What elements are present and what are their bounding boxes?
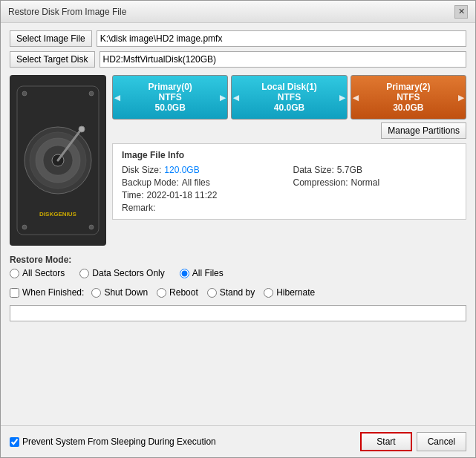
when-finished-hibernate-label: Hibernate — [276, 287, 315, 298]
when-finished-reboot[interactable]: Reboot — [157, 287, 198, 298]
when-finished-shutdown[interactable]: Shut Down — [91, 287, 148, 298]
disk-size-label: Disk Size: — [122, 165, 161, 175]
select-target-button[interactable]: Select Target Disk — [10, 51, 95, 68]
svg-point-7 — [79, 126, 85, 132]
partition-arrow-left-2: ◀ — [353, 94, 359, 102]
when-finished-standby[interactable]: Stand by — [207, 287, 255, 298]
image-info-title: Image File Info — [122, 150, 457, 160]
svg-point-11 — [89, 225, 94, 229]
svg-point-8 — [22, 91, 27, 96]
disk-size-value: 120.0GB — [164, 165, 199, 175]
when-finished-standby-radio[interactable] — [207, 288, 217, 298]
compression-row: Compression: Normal — [293, 177, 457, 188]
data-size-row: Data Size: 5.7GB — [293, 165, 457, 175]
manage-partitions-button[interactable]: Manage Partitions — [381, 122, 466, 139]
when-finished-shutdown-label: Shut Down — [104, 287, 148, 298]
start-button[interactable]: Start — [360, 432, 411, 451]
restore-mode-options: All Sectors Data Sectors Only All Files — [10, 268, 466, 278]
disk-size-row: Disk Size: 120.0GB — [122, 165, 286, 175]
data-size-label: Data Size: — [293, 165, 334, 175]
partition-arrow-left-1: ◀ — [233, 94, 239, 102]
partition-name-2: Primary(2) — [354, 82, 463, 92]
title-bar: Restore Disk From Image File ✕ — [1, 1, 475, 23]
partition-arrow-right-1: ▶ — [339, 94, 345, 102]
select-image-row: Select Image File — [10, 30, 466, 47]
partition-arrow-right-0: ▶ — [220, 94, 226, 102]
partition-arrow-right-2: ▶ — [458, 94, 464, 102]
time-label: Time: — [122, 190, 144, 200]
select-target-row: Select Target Disk — [10, 51, 466, 68]
data-size-value: 5.7GB — [337, 165, 362, 175]
restore-mode-all-sectors[interactable]: All Sectors — [10, 268, 65, 278]
restore-mode-data-sectors-label: Data Sectors Only — [92, 268, 164, 278]
compression-label: Compression: — [293, 177, 348, 188]
restore-mode-all-files-label: All Files — [192, 268, 224, 278]
image-path-input[interactable] — [97, 30, 466, 47]
restore-mode-label: Restore Mode: — [10, 255, 466, 265]
svg-text:DISKGENIUS: DISKGENIUS — [39, 211, 76, 217]
backup-mode-value: All files — [182, 177, 210, 188]
manage-partitions-row: Manage Partitions — [112, 122, 466, 139]
prevent-sleep-container: Prevent System From Sleeping During Exec… — [10, 436, 216, 447]
partition-fs-2: NTFS — [354, 92, 463, 102]
svg-point-10 — [22, 225, 27, 229]
restore-mode-section: Restore Mode: All Sectors Data Sectors O… — [10, 250, 466, 278]
partition-fs-1: NTFS — [235, 92, 343, 102]
partition-fs-0: NTFS — [116, 92, 224, 102]
close-button[interactable]: ✕ — [454, 5, 468, 19]
restore-mode-all-sectors-radio[interactable] — [10, 269, 19, 278]
partitions-panel: ◀ Primary(0) NTFS 50.0GB ▶ ◀ Local Disk(… — [106, 75, 466, 246]
partition-card-1[interactable]: ◀ Local Disk(1) NTFS 40.0GB ▶ — [231, 75, 347, 120]
when-finished-options: Shut Down Reboot Stand by Hibernate — [91, 287, 315, 298]
when-finished-shutdown-radio[interactable] — [91, 288, 101, 298]
restore-mode-all-sectors-label: All Sectors — [22, 268, 65, 278]
remark-row: Remark: — [122, 203, 286, 213]
when-finished-label-container: When Finished: — [10, 287, 84, 298]
remark-label: Remark: — [122, 203, 155, 213]
target-disk-input[interactable] — [100, 51, 467, 68]
when-finished-checkbox[interactable] — [10, 288, 19, 298]
info-grid: Disk Size: 120.0GB Data Size: 5.7GB Back… — [122, 165, 457, 213]
time-value: 2022-01-18 11:22 — [147, 190, 218, 200]
select-image-button[interactable]: Select Image File — [10, 30, 92, 47]
progress-bar — [10, 305, 466, 321]
disk-graphic: DISKGENIUS — [10, 75, 106, 246]
svg-point-9 — [89, 91, 94, 96]
partition-card-0[interactable]: ◀ Primary(0) NTFS 50.0GB ▶ — [112, 75, 228, 120]
disk-area: DISKGENIUS ◀ Primary(0) NTFS 50.0GB ▶ — [10, 75, 466, 246]
compression-value: Normal — [351, 177, 380, 188]
bottom-buttons: Start Cancel — [360, 432, 466, 451]
restore-dialog: Restore Disk From Image File ✕ Select Im… — [0, 0, 476, 458]
image-info-panel: Image File Info Disk Size: 120.0GB Data … — [112, 143, 466, 220]
restore-mode-data-sectors-radio[interactable] — [79, 269, 89, 278]
when-finished-standby-label: Stand by — [220, 287, 255, 298]
partition-name-1: Local Disk(1) — [235, 82, 343, 92]
partition-size-0: 50.0GB — [116, 102, 224, 113]
backup-mode-label: Backup Mode: — [122, 177, 179, 188]
when-finished-label: When Finished: — [22, 287, 84, 298]
backup-mode-row: Backup Mode: All files — [122, 177, 286, 188]
restore-mode-all-files[interactable]: All Files — [180, 268, 224, 278]
restore-mode-all-files-radio[interactable] — [180, 269, 189, 278]
when-finished-hibernate-radio[interactable] — [264, 288, 273, 298]
when-finished-hibernate[interactable]: Hibernate — [264, 287, 315, 298]
when-finished-reboot-radio[interactable] — [157, 288, 166, 298]
bottom-area: Prevent System From Sleeping During Exec… — [1, 425, 475, 457]
partition-size-1: 40.0GB — [235, 102, 343, 113]
partition-card-2[interactable]: ◀ Primary(2) NTFS 30.0GB ▶ — [351, 75, 466, 120]
prevent-sleep-checkbox[interactable] — [10, 437, 19, 447]
time-row: Time: 2022-01-18 11:22 — [122, 190, 286, 200]
cancel-button[interactable]: Cancel — [417, 432, 466, 451]
when-finished-section: When Finished: Shut Down Reboot Stand by — [10, 287, 466, 298]
partitions-row: ◀ Primary(0) NTFS 50.0GB ▶ ◀ Local Disk(… — [112, 75, 466, 120]
main-content: Select Image File Select Target Disk — [1, 23, 475, 425]
when-finished-reboot-label: Reboot — [169, 287, 198, 298]
dialog-title: Restore Disk From Image File — [8, 7, 126, 17]
restore-mode-data-sectors[interactable]: Data Sectors Only — [79, 268, 164, 278]
prevent-sleep-label: Prevent System From Sleeping During Exec… — [22, 436, 216, 447]
partition-size-2: 30.0GB — [354, 102, 463, 113]
partition-arrow-left-0: ◀ — [114, 94, 120, 102]
partition-name-0: Primary(0) — [116, 82, 224, 92]
